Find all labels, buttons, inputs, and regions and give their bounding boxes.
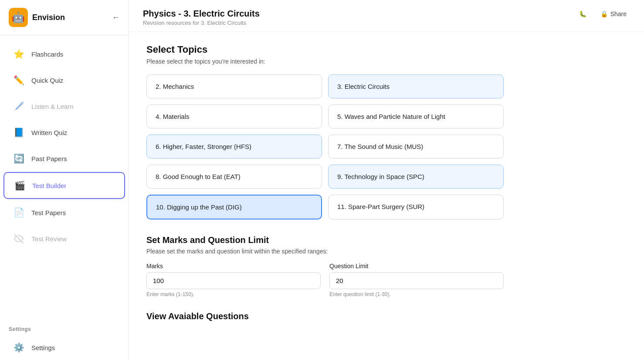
test-builder-icon: 🎬 [13, 179, 26, 192]
topic-11-surgery[interactable]: 11. Spare-Part Surgery (SUR) [328, 195, 504, 219]
sidebar-item-test-builder[interactable]: 🎬 Test Builder [3, 172, 125, 199]
app-name: Envision [32, 13, 65, 22]
sidebar-item-label: Listen & Learn [31, 103, 74, 110]
sidebar-item-test-papers[interactable]: 📄 Test Papers [3, 200, 125, 225]
test-papers-icon: 📄 [12, 206, 25, 219]
written-quiz-icon: 📘 [12, 126, 25, 139]
marks-title: Set Marks and Question Limit [146, 235, 504, 245]
sidebar-item-label: Quick Quiz [31, 77, 63, 84]
sidebar-item-written-quiz[interactable]: 📘 Written Quiz [3, 120, 125, 145]
marks-hint: Enter marks (1-150). [146, 291, 321, 297]
listen-learn-icon: 🖊️ [12, 100, 25, 113]
topic-7-sound[interactable]: 7. The Sound of Music (MUS) [328, 135, 504, 159]
marks-field-group: Marks Enter marks (1-150). [146, 263, 321, 297]
bug-icon: 🐛 [579, 10, 586, 17]
sidebar-item-test-review: Test Review [3, 226, 125, 251]
marks-label: Marks [146, 263, 321, 270]
settings-label: Settings [0, 322, 129, 334]
sidebar: 🤖 Envision ← ⭐ Flashcards ✏️ Quick Quiz … [0, 0, 129, 361]
question-limit-label: Question Limit [329, 263, 504, 270]
topic-6-hfs[interactable]: 6. Higher, Faster, Stronger (HFS) [146, 135, 322, 159]
marks-input[interactable] [146, 272, 321, 289]
sidebar-item-listen-learn: 🖊️ Listen & Learn [3, 94, 125, 119]
settings-section: Settings ⚙️ Settings [0, 322, 129, 361]
topics-grid: 2. Mechanics 3. Electric Circuits 4. Mat… [146, 74, 504, 219]
test-review-icon [12, 232, 25, 245]
lock-icon: 🔒 [600, 10, 608, 17]
sidebar-item-label: Test Builder [32, 182, 66, 189]
page-title: Physics - 3. Electric Circuits [143, 9, 260, 19]
sidebar-item-label: Test Papers [31, 209, 66, 216]
top-bar-actions: 🐛 🔒 Share [576, 9, 630, 19]
marks-row: Marks Enter marks (1-150). Question Limi… [146, 263, 504, 297]
page-title-group: Physics - 3. Electric Circuits Revision … [143, 9, 260, 26]
question-limit-hint: Enter question limit (1-30). [329, 291, 504, 297]
bug-report-button[interactable]: 🐛 [576, 9, 590, 19]
main-content: Physics - 3. Electric Circuits Revision … [129, 0, 644, 361]
sidebar-item-flashcards[interactable]: ⭐ Flashcards [3, 41, 125, 67]
sidebar-nav: ⭐ Flashcards ✏️ Quick Quiz 🖊️ Listen & L… [0, 35, 129, 322]
topic-8-eat[interactable]: 8. Good Enough to Eat (EAT) [146, 165, 322, 189]
page-subtitle: Revision resources for 3. Electric Circu… [143, 20, 260, 26]
sidebar-item-past-papers[interactable]: 🔄 Past Papers [3, 146, 125, 171]
select-topics-title: Select Topics [146, 44, 504, 55]
marks-description: Please set the marks and question limit … [146, 248, 504, 255]
share-button[interactable]: 🔒 Share [597, 9, 630, 19]
marks-section: Set Marks and Question Limit Please set … [146, 235, 504, 297]
sidebar-item-label: Flashcards [31, 51, 63, 58]
topic-4-materials[interactable]: 4. Materials [146, 105, 322, 128]
flashcards-icon: ⭐ [12, 47, 25, 61]
sidebar-item-label: Test Review [31, 235, 67, 243]
sidebar-item-settings[interactable]: ⚙️ Settings [3, 335, 125, 360]
sidebar-item-quick-quiz[interactable]: ✏️ Quick Quiz [3, 67, 125, 93]
app-logo-icon: 🤖 [9, 8, 28, 27]
quick-quiz-icon: ✏️ [12, 74, 25, 87]
topic-10-digging[interactable]: 10. Digging up the Past (DIG) [146, 195, 322, 219]
sidebar-item-label: Settings [31, 344, 55, 351]
sidebar-logo: 🤖 Envision ← [0, 0, 129, 35]
content-area: Select Topics Please select the topics y… [129, 32, 521, 348]
topic-3-electric-circuits[interactable]: 3. Electric Circuits [328, 74, 504, 98]
sidebar-item-label: Written Quiz [31, 129, 67, 136]
available-questions-title: View Avaiable Questions [146, 311, 504, 321]
settings-icon: ⚙️ [12, 341, 25, 354]
top-bar: Physics - 3. Electric Circuits Revision … [129, 0, 644, 32]
share-label: Share [610, 10, 627, 17]
back-button[interactable]: ← [112, 13, 120, 22]
topic-2-mechanics[interactable]: 2. Mechanics [146, 74, 322, 98]
topic-9-space[interactable]: 9. Technology in Space (SPC) [328, 165, 504, 189]
select-topics-description: Please select the topics you're interest… [146, 58, 504, 65]
question-limit-input[interactable] [329, 272, 504, 289]
sidebar-item-label: Past Papers [31, 155, 67, 162]
question-limit-field-group: Question Limit Enter question limit (1-3… [329, 263, 504, 297]
past-papers-icon: 🔄 [12, 152, 25, 165]
topic-5-waves[interactable]: 5. Waves and Particle Nature of Light [328, 105, 504, 128]
